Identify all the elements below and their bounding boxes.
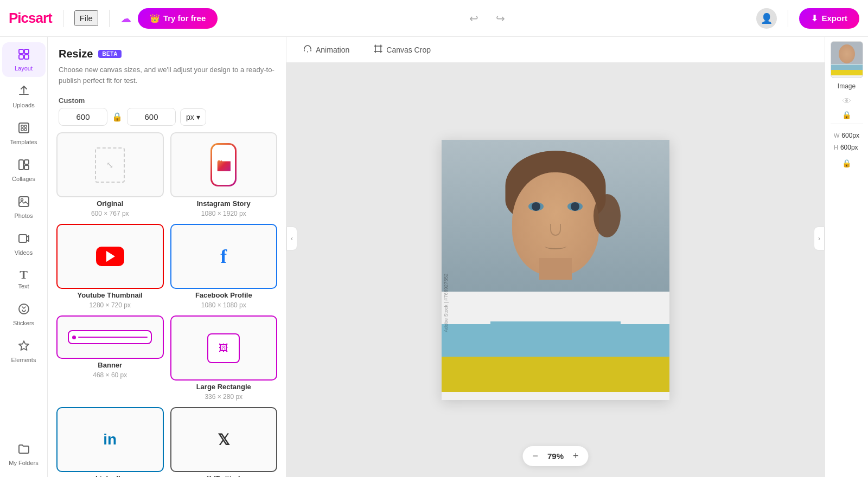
- template-card-banner[interactable]: Banner 468 × 60 px: [56, 315, 164, 401]
- svg-rect-3: [24, 55, 29, 59]
- collapse-left-panel-button[interactable]: ‹: [286, 227, 297, 250]
- original-template-name: Original: [97, 199, 123, 208]
- animation-button[interactable]: Animation: [297, 41, 355, 59]
- right-panel-divider: [831, 124, 863, 124]
- linkedin-thumb: in: [56, 407, 164, 472]
- sidebar-item-uploads-label: Uploads: [12, 102, 34, 108]
- preview-stripe-yellow: [831, 70, 863, 75]
- user-avatar-button[interactable]: 👤: [756, 8, 777, 29]
- sidebar-item-videos[interactable]: Videos: [2, 227, 46, 261]
- sidebar-item-photos[interactable]: Photos: [2, 190, 46, 224]
- dimensions-lock-icon[interactable]: 🔒: [842, 159, 851, 167]
- templates-row-2: Youtube Thumbnail 1280 × 720 px f Facebo…: [56, 224, 277, 309]
- animation-label: Animation: [316, 46, 349, 54]
- svg-rect-16: [375, 46, 381, 51]
- youtube-play-icon: [106, 251, 115, 262]
- sidebar-item-stickers[interactable]: Stickers: [2, 297, 46, 332]
- linkedin-template-name: LinkedIn: [95, 474, 124, 477]
- canvas-crop-label: Canvas Crop: [386, 46, 431, 54]
- sidebar-item-text[interactable]: T Text: [2, 263, 46, 295]
- svg-rect-14: [19, 235, 27, 242]
- sidebar-item-collages-label: Collages: [12, 176, 35, 182]
- banner-template-dims: 468 × 60 px: [93, 371, 127, 379]
- svg-rect-12: [19, 197, 29, 207]
- svg-rect-5: [21, 125, 23, 127]
- svg-rect-7: [21, 128, 23, 131]
- largerect-thumb: 🖼: [170, 315, 278, 381]
- instagram-thumb: 📷: [170, 132, 278, 197]
- export-button[interactable]: ⬇ Export: [799, 8, 859, 29]
- redo-button[interactable]: ↪: [492, 8, 509, 29]
- topbar-center: ↩ ↪: [224, 8, 750, 29]
- banner-dot-icon: [72, 336, 76, 339]
- sidebar-item-my-folders-label: My Folders: [9, 460, 38, 466]
- original-template-dims: 600 × 767 px: [91, 210, 129, 217]
- x-thumb: 𝕏: [170, 407, 278, 472]
- collapse-right-panel-button[interactable]: ›: [814, 227, 825, 250]
- template-card-largerect[interactable]: 🖼 Large Rectangle 336 × 280 px: [170, 315, 278, 401]
- left-shoulder: [442, 292, 490, 324]
- sidebar-item-my-folders[interactable]: My Folders: [2, 437, 46, 472]
- panel-title: Resize: [59, 48, 93, 60]
- zoom-in-button[interactable]: +: [573, 450, 579, 462]
- unit-dropdown[interactable]: px ▾: [180, 108, 206, 126]
- lock-icon[interactable]: 🔒: [112, 112, 123, 122]
- canvas-viewport[interactable]: Adobe Stock | #766927552 − 79% +: [286, 63, 825, 477]
- template-card-facebook[interactable]: f Facebook Profile 1080 × 1080 px: [170, 224, 278, 309]
- svg-rect-10: [24, 160, 29, 164]
- sidebar-item-layout[interactable]: Layout: [2, 42, 46, 77]
- template-card-instagram[interactable]: 📷 Instagram Story 1080 × 1920 px: [170, 132, 278, 217]
- height-input[interactable]: [127, 108, 176, 126]
- template-card-original[interactable]: ⤡ Original 600 × 767 px: [56, 132, 164, 217]
- hair-bun: [593, 194, 621, 237]
- sidebar-item-collages[interactable]: Collages: [2, 153, 46, 188]
- right-sidebar: Image 👁 🔒 W 600px H 600px 🔒: [825, 37, 868, 477]
- templates-row-3: Banner 468 × 60 px 🖼 Large Rectangle 336…: [56, 315, 277, 401]
- sidebar-item-uploads[interactable]: Uploads: [2, 79, 46, 114]
- svg-rect-6: [24, 125, 27, 127]
- videos-icon: [17, 232, 30, 247]
- x-twitter-icon: 𝕏: [218, 431, 230, 449]
- templates-row-4: in LinkedIn 1200 × 627 px 𝕏 X (Twitter) …: [56, 407, 277, 477]
- banner-template-name: Banner: [98, 361, 122, 369]
- dimensions-display: W 600px H 600px: [829, 128, 864, 154]
- topbar-divider-1: [63, 10, 63, 27]
- custom-section-label: Custom: [48, 91, 286, 108]
- sidebar-item-templates[interactable]: Templates: [2, 116, 46, 151]
- collages-icon: [17, 158, 30, 173]
- facebook-template-name: Facebook Profile: [195, 291, 252, 299]
- zoom-out-button[interactable]: −: [532, 450, 538, 462]
- zoom-level-display: 79%: [545, 452, 566, 461]
- sidebar-item-elements[interactable]: Elements: [2, 334, 46, 369]
- canvas-crop-button[interactable]: Canvas Crop: [368, 41, 436, 59]
- template-card-linkedin[interactable]: in LinkedIn 1200 × 627 px: [56, 407, 164, 477]
- sidebar-item-videos-label: Videos: [15, 249, 33, 256]
- svg-rect-8: [24, 128, 27, 131]
- instagram-template-dims: 1080 × 1920 px: [201, 210, 246, 217]
- file-menu-button[interactable]: File: [74, 10, 98, 26]
- facebook-thumb: f: [170, 224, 278, 289]
- app-logo: Picsart: [9, 10, 52, 27]
- templates-icon: [17, 121, 30, 137]
- preview-face: [839, 44, 855, 63]
- topbar-divider-3: [788, 10, 788, 27]
- size-input-row: 🔒 px ▾: [48, 108, 286, 132]
- undo-button[interactable]: ↩: [465, 8, 483, 29]
- lock-layer-icon[interactable]: 🔒: [842, 111, 851, 119]
- canvas-image-container: Adobe Stock | #766927552: [442, 140, 669, 400]
- sidebar-item-stickers-label: Stickers: [13, 320, 34, 326]
- height-display: H 600px: [834, 143, 858, 152]
- right-eye: [567, 202, 583, 211]
- sidebar-icons: Layout Uploads Templates Collages Photos: [0, 37, 48, 477]
- template-card-youtube[interactable]: Youtube Thumbnail 1280 × 720 px: [56, 224, 164, 309]
- user-icon: 👤: [761, 12, 773, 24]
- visibility-toggle-icon[interactable]: 👁: [843, 96, 851, 106]
- largerect-template-dims: 336 × 280 px: [205, 393, 242, 401]
- youtube-template-name: Youtube Thumbnail: [78, 291, 143, 299]
- try-free-button[interactable]: 👑 Try for free: [138, 8, 218, 29]
- template-card-x[interactable]: 𝕏 X (Twitter) 1200 × 675 px: [170, 407, 278, 477]
- panel-title-row: Resize BETA: [59, 48, 275, 60]
- svg-point-13: [21, 199, 23, 201]
- width-input[interactable]: [59, 108, 107, 126]
- shirt-stripe-blue: [442, 321, 669, 357]
